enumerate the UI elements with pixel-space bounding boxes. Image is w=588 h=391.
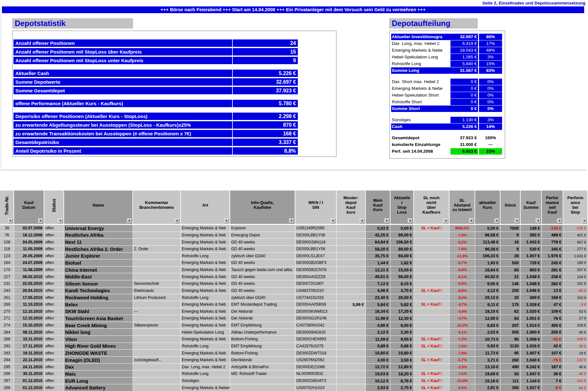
table-cell: 1.976 € xyxy=(542,253,563,259)
table-cell: US7744151033 xyxy=(295,294,337,301)
table-row: 29524.11.2010offenDaxDax Long, max. Hebe… xyxy=(0,363,588,370)
table-cell: Rohstoffe Long xyxy=(181,370,230,377)
filter-dropdown-button[interactable]: ▼ xyxy=(582,218,587,223)
table-cell: EMT Empfehlung xyxy=(230,322,295,329)
table-cell xyxy=(414,294,449,301)
allocation-percent: 48% xyxy=(479,47,502,54)
table-cell: 207 xyxy=(500,322,521,329)
table-cell: -38 € xyxy=(563,343,588,350)
table-cell: 2,75 € xyxy=(391,384,414,391)
table-cell xyxy=(337,322,366,329)
table-cell: Rohstoffe Long xyxy=(181,294,230,301)
allocation-row: Dax Short max. Hebel 20 €0% xyxy=(391,79,504,85)
allocation-label: Hebel-Spekulation Long xyxy=(391,54,450,60)
table-cell: 281 € xyxy=(542,267,563,273)
table-cell: 40 € xyxy=(563,364,588,370)
table-cell: DE000CM5A8T3 xyxy=(295,378,337,384)
table-cell xyxy=(133,232,181,239)
table-cell: DE000SG1R1H6 xyxy=(295,315,337,322)
table-cell xyxy=(133,370,181,377)
table-cell: 12.10.2010 xyxy=(14,308,44,315)
filter-dropdown-button[interactable]: ▼ xyxy=(408,218,413,223)
table-cell: Emerging Markets & Neb xyxy=(181,315,230,322)
filter-dropdown-button[interactable]: ▼ xyxy=(58,218,63,223)
allocation-row: Summe Long31.567 €83% xyxy=(391,67,504,74)
table-cell: 392 € xyxy=(521,232,542,239)
stat-label: Summe Depotwerte xyxy=(13,78,232,86)
table-cell: 243 xyxy=(0,287,14,294)
table-cell: -8,1% xyxy=(449,273,475,280)
filter-dropdown-button[interactable]: ▼ xyxy=(536,218,541,223)
column-header-label: Art xyxy=(202,203,208,208)
filter-dropdown-button[interactable]: ▼ xyxy=(515,218,519,223)
filter-dropdown-button[interactable]: ▼ xyxy=(127,218,132,223)
allocation-value: 0 € xyxy=(450,106,478,112)
table-cell: 251 xyxy=(0,294,14,301)
column-header: Mein Kauf Kurs▼ xyxy=(366,191,391,225)
table-cell: 111 xyxy=(500,378,521,384)
table-cell: GD 40 weeks xyxy=(230,273,295,280)
allocation-value: 31.000 € xyxy=(450,141,478,148)
filter-dropdown-button[interactable]: ▼ xyxy=(557,218,562,223)
table-cell: 30.11.2010 xyxy=(14,370,44,377)
column-header-label: Aktuelle r Stop Loss xyxy=(394,196,410,215)
filter-dropdown-button[interactable]: ▼ xyxy=(469,218,474,223)
table-cell: -7,2% xyxy=(449,336,475,343)
table-cell: 103 € xyxy=(563,294,588,301)
table-cell: zurückgekauft... xyxy=(133,357,181,363)
table-cell: 277 € xyxy=(563,246,588,252)
table-cell xyxy=(414,259,449,266)
table-cell: 231 xyxy=(0,280,14,287)
table-row: 12320.05.2009offenJunior ExplorerRohstof… xyxy=(0,252,588,259)
filter-dropdown-button[interactable]: ▼ xyxy=(289,218,294,223)
table-cell xyxy=(414,253,449,259)
allocation-percent: 0% xyxy=(479,79,502,85)
table-cell: -75 € xyxy=(542,357,563,363)
table-cell: 569 € xyxy=(521,294,542,301)
table-cell: 8,15 € xyxy=(391,280,414,287)
table-cell: Emerging Markets & Neb xyxy=(181,350,230,356)
table-cell: TouchScreen Asia Basket xyxy=(64,315,133,322)
table-cell: 274 xyxy=(0,322,14,329)
table-cell: 1.060 € xyxy=(521,329,542,336)
table-cell: Vtion xyxy=(64,336,133,343)
table-cell: offen xyxy=(44,232,64,239)
filter-dropdown-button[interactable]: ▼ xyxy=(384,218,389,223)
table-cell: 19.11.2010 xyxy=(14,350,44,356)
table-cell: 1.043 € xyxy=(521,239,542,245)
table-cell xyxy=(414,350,449,356)
table-cell xyxy=(337,315,366,322)
table-cell: -4,9% xyxy=(449,308,475,315)
table-cell: 27 € xyxy=(563,315,588,322)
table-cell xyxy=(414,364,449,370)
filter-dropdown-button[interactable]: ▼ xyxy=(443,218,448,223)
column-header: Kauf Datum▼ xyxy=(14,191,44,225)
table-cell: 271 xyxy=(0,315,14,322)
allocation-label: Summe Long xyxy=(391,67,450,74)
table-cell: 294 xyxy=(0,357,14,363)
filter-dropdown-button[interactable]: ▼ xyxy=(8,218,13,223)
filter-dropdown-button[interactable]: ▼ xyxy=(175,218,180,223)
table-cell: SL < Kauf ! xyxy=(414,384,449,391)
filter-dropdown-button[interactable]: ▼ xyxy=(224,218,229,223)
table-cell: offen xyxy=(44,322,64,329)
table-cell: 11,98 € xyxy=(366,315,391,322)
table-cell xyxy=(414,273,449,280)
table-cell: offen xyxy=(44,357,64,363)
group-spacer xyxy=(13,96,336,100)
table-cell: 113,48 € xyxy=(475,239,500,245)
stat-label: Deporisiko offener Positionen (Aktueller… xyxy=(13,113,232,120)
filter-dropdown-button[interactable]: ▼ xyxy=(494,218,499,223)
allocation-row: Dax Long, max. Hebel 26.419 €17% xyxy=(391,40,504,47)
filter-dropdown-button[interactable]: ▼ xyxy=(331,218,335,223)
filter-dropdown-button[interactable]: ▼ xyxy=(360,218,365,223)
column-header-label: SL noch nicht über Kaufkurs xyxy=(422,196,440,215)
table-cell: 7 € xyxy=(542,378,563,384)
table-cell: 20.05.2009 xyxy=(14,253,44,259)
table-cell: 288 xyxy=(0,336,14,343)
table-cell: Nikkei long xyxy=(64,329,133,336)
table-cell xyxy=(337,253,366,259)
table-cell xyxy=(337,225,366,232)
table-cell: 3,75 € xyxy=(391,287,414,294)
filter-dropdown-button[interactable]: ▼ xyxy=(38,218,43,223)
